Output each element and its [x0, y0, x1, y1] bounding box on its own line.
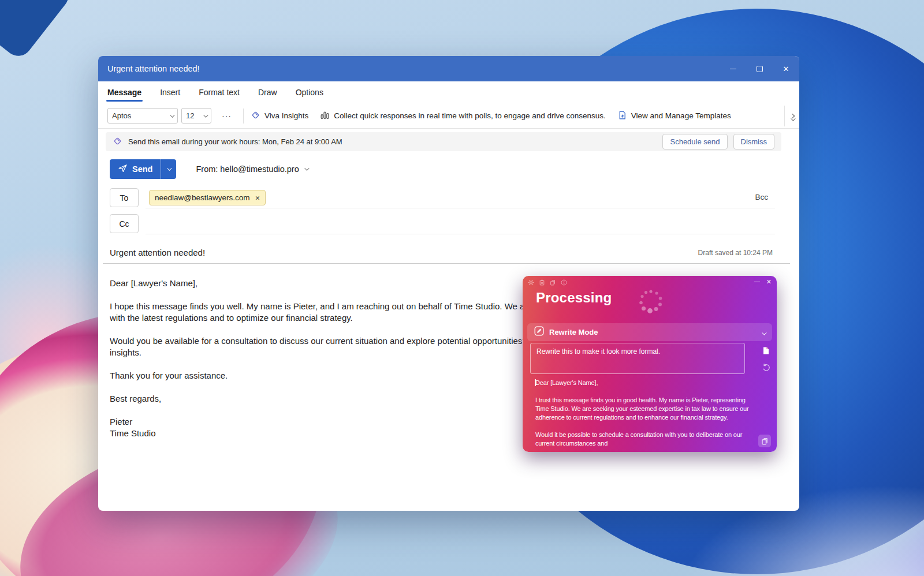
template-document-icon [617, 110, 627, 122]
send-options-dropdown[interactable] [161, 159, 176, 179]
ai-assistant-panel: ✕ Processing [523, 276, 777, 452]
chevron-down-icon [304, 166, 309, 170]
templates-label: View and Manage Templates [631, 111, 731, 120]
subject-underline [103, 263, 790, 264]
rewrite-pencil-icon [534, 326, 544, 338]
ribbon-toolbar: Aptos 12 ··· Viva Insights Collect quick… [98, 103, 799, 129]
viva-insights-label: Viva Insights [264, 111, 308, 120]
output-line [535, 422, 771, 431]
output-line [535, 387, 771, 396]
recipient-address: needlaw@bestlawyers.com [155, 193, 250, 202]
minimize-icon [730, 69, 736, 69]
undo-icon[interactable] [762, 363, 770, 374]
viva-insights-icon [251, 110, 260, 122]
copy-pages-icon[interactable] [550, 279, 556, 286]
rewritten-output: Dear [Lawyer's Name], I trust this messa… [535, 379, 771, 447]
font-name-select[interactable]: Aptos [107, 108, 178, 124]
dismiss-button[interactable]: Dismiss [733, 134, 775, 149]
cc-row: Cc [110, 214, 788, 235]
tab-draw[interactable]: Draw [258, 81, 277, 103]
collapse-ribbon-button[interactable] [788, 116, 796, 123]
viva-insights-icon [113, 136, 122, 148]
mode-dropdown-chevron[interactable] [762, 327, 765, 338]
send-label: Send [132, 164, 152, 174]
tab-options[interactable]: Options [296, 81, 323, 103]
viva-insights-button[interactable]: Viva Insights [251, 110, 308, 122]
tab-message[interactable]: Message [107, 81, 141, 103]
cc-field-underline[interactable] [146, 234, 775, 234]
maximize-icon [757, 66, 763, 72]
font-name-value: Aptos [112, 111, 166, 120]
font-size-select[interactable]: 12 [181, 108, 211, 124]
output-line: Time Studio. We are seeking your esteeme… [535, 405, 771, 413]
send-button[interactable]: Send [110, 159, 161, 179]
output-line: Would it be possible to schedule a consu… [535, 431, 771, 439]
output-line: adherence to current regulations and to … [535, 413, 771, 422]
output-line: I trust this message finds you in good h… [535, 396, 771, 405]
cc-button[interactable]: Cc [110, 214, 139, 233]
send-plane-icon [118, 163, 128, 175]
paste-page-icon[interactable] [762, 346, 770, 357]
subject-row: Urgent attention needed! Draft saved at … [98, 244, 799, 264]
clipboard-icon[interactable] [539, 279, 545, 286]
recipient-chip[interactable]: needlaw@bestlawyers.com ✕ [149, 190, 266, 205]
minimize-button[interactable] [720, 56, 746, 81]
schedule-suggestion-text: Send this email during your work hours: … [128, 137, 342, 146]
draft-saved-status: Draft saved at 10:24 PM [698, 249, 773, 257]
bcc-toggle[interactable]: Bcc [755, 193, 768, 201]
schedule-suggestion-bar: Send this email during your work hours: … [106, 132, 781, 151]
remove-recipient-icon[interactable]: ✕ [255, 195, 260, 201]
chevron-down-icon [203, 113, 208, 117]
panel-minimize-icon[interactable] [754, 282, 760, 282]
to-field-underline[interactable] [146, 208, 775, 208]
rewrite-mode-label: Rewrite Mode [549, 328, 598, 336]
chevron-down-icon [170, 113, 174, 117]
desktop: Urgent attention needed! ✕ Message Inser… [0, 0, 924, 576]
output-line: current circumstances and [535, 439, 771, 447]
toolbar-divider [243, 109, 244, 124]
polls-suggestion-button[interactable]: Collect quick responses in real time wit… [320, 110, 606, 122]
to-button[interactable]: To [110, 188, 139, 207]
output-line: Dear [Lawyer's Name], [535, 379, 771, 387]
tab-insert[interactable]: Insert [160, 81, 180, 103]
panel-title: Processing [536, 290, 612, 306]
window-title: Urgent attention needed! [107, 64, 200, 73]
maximize-button[interactable] [746, 56, 773, 81]
schedule-send-button[interactable]: Schedule send [662, 134, 727, 149]
loading-spinner [636, 286, 666, 319]
close-circle-icon[interactable] [561, 279, 567, 286]
chevron-down-icon [791, 116, 795, 121]
templates-button[interactable]: View and Manage Templates [617, 110, 731, 122]
settings-gear-icon[interactable] [528, 279, 534, 286]
more-formatting-button[interactable]: ··· [217, 109, 236, 123]
close-icon: ✕ [783, 65, 789, 73]
panel-close-icon[interactable]: ✕ [766, 278, 772, 286]
copy-output-button[interactable] [758, 435, 771, 447]
font-size-value: 12 [186, 111, 200, 120]
tab-format-text[interactable]: Format text [199, 81, 240, 103]
subject-field[interactable]: Urgent attention needed! [110, 248, 205, 257]
wallpaper-corner-wedge [0, 0, 74, 61]
from-selector[interactable]: From: hello@timestudio.pro [196, 164, 307, 174]
to-row: To needlaw@bestlawyers.com ✕ Bcc [110, 188, 788, 209]
send-row: Send From: hello@timestudio.pro [110, 159, 308, 179]
ribbon-tabs: Message Insert Format text Draw Options [98, 81, 799, 103]
polls-suggestion-label: Collect quick responses in real time wit… [334, 111, 606, 120]
rewrite-mode-bar[interactable]: Rewrite Mode [527, 323, 772, 341]
prompt-input[interactable]: Rewrite this to make it look more formal… [530, 343, 745, 374]
from-address: From: hello@timestudio.pro [196, 164, 299, 174]
titlebar: Urgent attention needed! ✕ [98, 56, 799, 81]
chevron-down-icon [167, 166, 172, 170]
send-split-button: Send [110, 159, 176, 179]
poll-bars-icon [320, 110, 330, 122]
chevron-down-icon [762, 330, 766, 335]
close-button[interactable]: ✕ [773, 56, 799, 81]
